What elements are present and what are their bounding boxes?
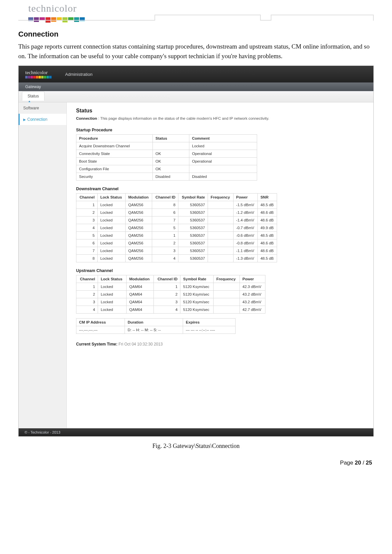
cell: Locked [97, 247, 125, 254]
cell: Disabled [153, 173, 189, 180]
ui-brand-wordmark: technicolor [25, 70, 52, 75]
nav-administration[interactable]: Administration [65, 72, 92, 77]
col-header: Channel [76, 193, 98, 201]
cell: Locked [97, 208, 125, 216]
cell: -1.5 dBmV [233, 201, 257, 208]
cell: --- --- -- --:--:-- ---- [183, 326, 236, 334]
cm-ip-table: CM IP AddressDurationExpires---.---.---.… [76, 318, 236, 334]
cell: 48.5 dB [257, 254, 277, 262]
cell: 48.6 dB [257, 247, 277, 254]
cell: 42.3 dBmV [240, 283, 265, 290]
cell: OK [153, 165, 189, 173]
cell [214, 298, 240, 306]
cell: 5360537 [178, 224, 208, 231]
subnav-gateway[interactable]: Gateway [19, 82, 373, 91]
cell [208, 247, 233, 254]
cell: -1.3 dBmV [233, 254, 257, 262]
col-header: Power [233, 193, 257, 201]
cell [208, 224, 233, 231]
sidebar-item-connection[interactable]: ▶Connection [19, 114, 66, 125]
cell: 3 [76, 216, 98, 224]
cell: -1.4 dBmV [233, 216, 257, 224]
cell: QAM256 [126, 224, 152, 231]
cell: 1 [153, 283, 180, 290]
downstream-table: ChannelLock StatusModulationChannel IDSy… [76, 193, 277, 262]
startup-title: Startup Procedure [76, 128, 364, 132]
cell: 5 [76, 231, 98, 239]
cell: Operational [189, 150, 257, 157]
table-row: 4LockedQAM25655360537-0.7 dBmV49.9 dB [76, 224, 277, 231]
cell: OK [153, 157, 189, 165]
cell: 3 [76, 298, 98, 306]
cell: 5360537 [178, 216, 208, 224]
figure-caption: Fig. 2-3 Gateway\Status\Connection [18, 443, 374, 450]
page-number: Page 20 / 25 [18, 460, 374, 466]
cell [208, 239, 233, 247]
sidebar: Software▶Connection [19, 102, 67, 428]
cell: QAM256 [126, 231, 152, 239]
cell: 43.2 dBmV [240, 298, 265, 306]
sidebar-item-label: Connection [27, 117, 48, 122]
tab-status[interactable]: Status [22, 91, 45, 101]
startup-table: ProcedureStatusCommentAcquire Downstream… [76, 134, 257, 181]
cell: 7 [76, 247, 98, 254]
cell [153, 142, 189, 150]
cell: 5360537 [178, 239, 208, 247]
cell: -1.2 dBmV [233, 208, 257, 216]
cell: Locked [97, 216, 125, 224]
cell: -0.8 dBmV [233, 239, 257, 247]
cell: 6 [152, 208, 178, 216]
cell: 4 [76, 224, 98, 231]
cell: OK [153, 150, 189, 157]
col-header: CM IP Address [76, 318, 125, 326]
col-header: Channel ID [152, 193, 178, 201]
cell: Locked [97, 201, 125, 208]
section-title: Connection [18, 30, 374, 39]
table-row: 2LockedQAM25665360537-1.2 dBmV48.6 dB [76, 208, 277, 216]
cell [208, 208, 233, 216]
cell: 48.5 dB [257, 231, 277, 239]
cell: Acquire Downstream Channel [76, 142, 153, 150]
cell: Locked [98, 298, 127, 306]
content-heading: Status [76, 108, 364, 114]
cell: 1 [76, 201, 98, 208]
cell [208, 231, 233, 239]
tab-indicator-icon: ▲ [28, 100, 370, 102]
col-header: Expires [183, 318, 236, 326]
cell [214, 283, 240, 290]
table-row: SecurityDisabledDisabled [76, 173, 257, 180]
cell: 4 [152, 254, 178, 262]
col-header: Modulation [127, 275, 154, 283]
cell: 4 [153, 306, 180, 313]
sidebar-item-software[interactable]: Software [19, 102, 66, 114]
header-tab-a [154, 15, 261, 21]
cell: 2 [152, 239, 178, 247]
cell [214, 306, 240, 313]
table-row: 7LockedQAM25635360537-1.1 dBmV48.6 dB [76, 247, 277, 254]
cell: QAM256 [126, 216, 152, 224]
cell: Boot State [76, 157, 153, 165]
cell: 3 [152, 247, 178, 254]
table-row: 3LockedQAM6435120 Ksym/sec43.2 dBmV [76, 298, 265, 306]
table-row: 4LockedQAM6445120 Ksym/sec42.7 dBmV [76, 306, 265, 313]
col-header: Duration [125, 318, 183, 326]
system-time-value: Fri Oct 04 10:32:30 2013 [119, 342, 163, 346]
ui-brand: technicolor [25, 70, 52, 78]
cell [189, 165, 257, 173]
ui-footer: © - Technicolor - 2013 [19, 428, 373, 436]
cell: Locked [98, 283, 127, 290]
downstream-title: Downstream Channel [76, 187, 364, 191]
cell: 48.6 dB [257, 239, 277, 247]
cell: -1.1 dBmV [233, 247, 257, 254]
table-row: 1LockedQAM6415120 Ksym/sec42.3 dBmV [76, 283, 265, 290]
cell: 5360537 [178, 247, 208, 254]
cell: QAM64 [127, 306, 154, 313]
table-row: Connectivity StateOKOperational [76, 150, 257, 157]
cell: Connectivity State [76, 150, 153, 157]
cell: ---.---.---.--- [76, 326, 125, 334]
subnav-status-row: Status ▲ [19, 91, 373, 102]
cell: 5360537 [178, 254, 208, 262]
cell: 42.7 dBmV [240, 306, 265, 313]
cell: 5360537 [178, 208, 208, 216]
table-row: Configuration FileOK [76, 165, 257, 173]
